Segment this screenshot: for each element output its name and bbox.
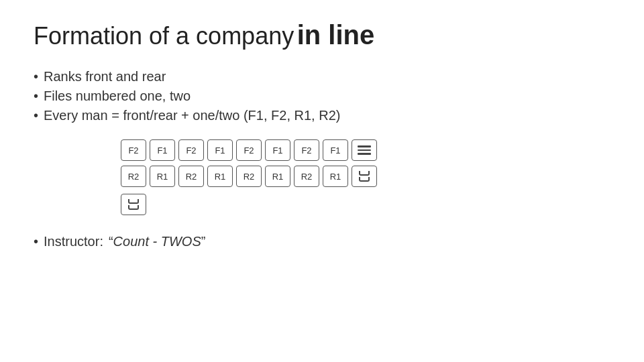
instructor-line: Instructor: “Count - TWOS” [34, 234, 610, 249]
stripe-2 [358, 149, 371, 152]
instructor-quote: “Count - TWOS” [109, 234, 205, 249]
cell-f1-4: F1 [323, 139, 348, 161]
bullet-2: Files numbered one, two [34, 88, 610, 104]
cell-r2-4: R2 [294, 166, 319, 187]
title-bold: in line [297, 20, 375, 50]
stripe-1 [358, 145, 371, 147]
cell-f1-2: F1 [207, 139, 233, 161]
bullet-1: Ranks front and rear [34, 69, 610, 84]
title-area: Formation of a company in line [34, 20, 610, 50]
chev-single-bottom [128, 205, 139, 210]
bullet-3: Every man = front/rear + one/two (F1, F2… [34, 108, 610, 123]
cell-r1-2: R1 [207, 166, 233, 187]
instructor-label: Instructor: [44, 234, 103, 249]
cell-r1-1: R1 [150, 166, 175, 187]
chev-bottom [359, 177, 370, 182]
cell-r1-3: R1 [265, 166, 290, 187]
rear-rank-icon [352, 166, 377, 187]
cell-r2-2: R2 [178, 166, 204, 187]
cell-f2-1: F2 [121, 139, 146, 161]
cell-f2-2: F2 [178, 139, 204, 161]
title-normal: Formation of a company [34, 22, 294, 50]
formation-area: F2 F1 F2 F1 F2 F1 F2 F1 R2 R1 R2 R1 R2 R… [121, 139, 610, 187]
front-rank-row: F2 F1 F2 F1 F2 F1 F2 F1 [121, 139, 610, 161]
rear-rank-row: R2 R1 R2 R1 R2 R1 R2 R1 [121, 166, 610, 187]
chevrons-icon [359, 171, 370, 182]
stripes-icon [358, 145, 371, 155]
bullet-list: Ranks front and rear Files numbered one,… [34, 69, 610, 123]
cell-f2-3: F2 [236, 139, 262, 161]
cell-r2-1: R2 [121, 166, 146, 187]
cell-r1-4: R1 [323, 166, 348, 187]
single-icon-area [121, 194, 610, 215]
single-chevron-cell [121, 194, 146, 215]
cell-f1-1: F1 [150, 139, 175, 161]
front-rank-icon [352, 139, 377, 161]
cell-f2-4: F2 [294, 139, 319, 161]
instructor-italic: Count - TWOS [113, 234, 201, 249]
chev-top [359, 171, 370, 176]
single-chevron-icon [128, 199, 139, 210]
stripe-3 [358, 153, 371, 155]
cell-f1-3: F1 [265, 139, 290, 161]
cell-r2-3: R2 [236, 166, 262, 187]
chev-single-top [128, 199, 139, 204]
